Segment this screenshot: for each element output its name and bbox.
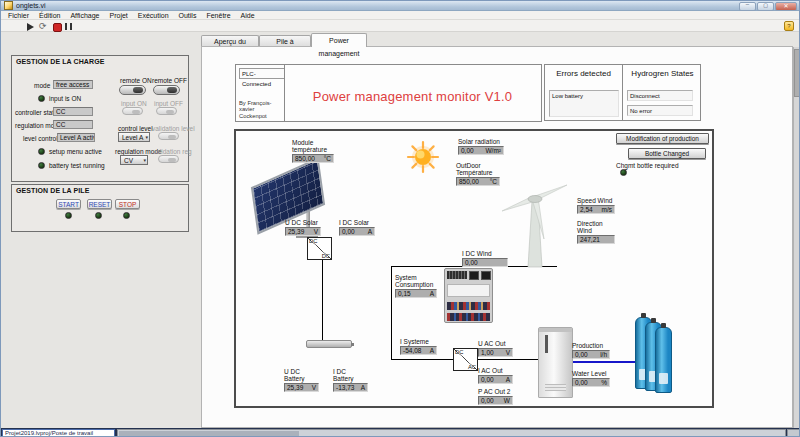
remote-off-label: remote OFF	[152, 77, 187, 84]
level-control-indicator: Level A active	[57, 133, 95, 142]
regulation-mode-dropdown[interactable]: CV	[120, 155, 148, 165]
input-off-button[interactable]	[156, 107, 177, 115]
status-bar: Projet2019.lvproj/Poste de travail	[2, 429, 115, 437]
errors-hydrogen-box: Errors detected Hydrogren States Low bat…	[544, 64, 701, 121]
validation-reg-button[interactable]	[158, 155, 179, 163]
start-button[interactable]: START	[56, 199, 81, 209]
errors-title: Errors detected	[545, 69, 622, 78]
battery-test-led	[38, 162, 45, 169]
battery-image	[306, 340, 352, 348]
title-bar: onglets.vi	[1, 1, 799, 11]
menu-item-projet[interactable]: Projet	[104, 11, 132, 20]
wire-bus-to-inverter	[391, 266, 392, 359]
dcdc-out-label: DC	[322, 253, 330, 259]
reset-button[interactable]: RESET	[87, 199, 112, 209]
setup-menu-led	[38, 148, 45, 155]
tab-power-management[interactable]: Power management	[311, 33, 367, 47]
chgmt-bottle-label: Chgmt bottle required	[616, 162, 679, 169]
hydrogen-title: Hydrogren States	[623, 69, 702, 78]
input-on-led-label: input is ON	[49, 95, 81, 102]
wind-turbine-image	[498, 183, 578, 273]
water-level-meter: Water Level 0,00%	[572, 370, 610, 387]
labview-window: onglets.vi Fichier Édition Affichage Pro…	[0, 0, 800, 437]
vertical-scrollbar-thumb[interactable]	[794, 49, 800, 97]
minimize-button[interactable]	[739, 2, 756, 11]
control-level-dropdown[interactable]: Level A	[118, 132, 150, 142]
wire-hydrogen-blue	[572, 361, 636, 363]
level-control-label: level control	[23, 135, 58, 142]
input-off-label: input OFF	[154, 100, 183, 107]
window-controls	[739, 2, 797, 11]
p-ac-out-meter: P AC Out 2 0,00W	[478, 388, 513, 405]
outdoor-temp-meter: OutDoor Température 850,00°C	[456, 162, 500, 186]
i-dc-solar-meter: I DC Solar 0,00A	[339, 219, 375, 236]
validation-reg-label: validation reg	[153, 148, 192, 155]
help-icon[interactable]	[784, 21, 794, 31]
horizontal-scrollbar[interactable]	[117, 429, 786, 437]
controller-state-indicator: CC	[53, 107, 93, 116]
dcdc-in-label: DC	[309, 238, 317, 244]
menu-item-fichier[interactable]: Fichier	[3, 11, 34, 20]
input-on-led	[38, 95, 45, 102]
run-icon[interactable]	[27, 23, 34, 31]
menu-item-affichage[interactable]: Affichage	[65, 11, 104, 20]
remote-on-label: remote ON	[120, 77, 152, 84]
window-title: onglets.vi	[16, 1, 46, 10]
dcac-out-label: AC	[468, 364, 476, 370]
dcac-in-label: DC	[455, 349, 463, 355]
modification-production-button[interactable]: Modification of production	[616, 133, 709, 144]
production-meter: Production 0,00l/h	[572, 342, 610, 359]
reset-led	[95, 212, 102, 219]
hydrogen-state-field: Disconnect	[627, 90, 693, 101]
vertical-scrollbar[interactable]	[793, 47, 800, 428]
close-button[interactable]	[775, 2, 797, 11]
i-dc-battery-meter: I DC Battery -13,73A	[333, 368, 368, 392]
menu-bar: Fichier Édition Affichage Projet Exécuti…	[1, 11, 799, 20]
u-dc-solar-meter: U DC Solar 25,39V	[285, 219, 321, 236]
validation-level-button[interactable]	[158, 132, 179, 140]
mode-indicator: free access	[53, 80, 93, 89]
monitor-title: Power management monitor V1.0	[284, 89, 541, 104]
i-ac-out-meter: I AC Out 0,00A	[478, 367, 513, 384]
start-led	[65, 212, 72, 219]
regulation-mode-indicator: CC	[53, 120, 93, 129]
speed-wind-meter: Speed Wind 2,54m/s	[577, 197, 615, 214]
pause-icon[interactable]	[65, 23, 72, 30]
toolbar	[1, 20, 799, 32]
author-label: By François-xavier Cockenpot	[239, 100, 283, 120]
mode-label: mode	[34, 82, 50, 89]
horizontal-scrollbar-thumb[interactable]	[119, 431, 299, 436]
app-icon	[4, 1, 13, 10]
plc-status-indicator: PLC-Connected	[239, 68, 285, 79]
menu-item-outils[interactable]: Outils	[174, 11, 202, 20]
menu-item-edition[interactable]: Édition	[34, 11, 65, 20]
chgmt-bottle-led	[620, 169, 627, 176]
hydrogen-error-field: No error	[627, 105, 693, 116]
gas-bottles-image	[635, 315, 679, 395]
menu-item-execution[interactable]: Exécution	[133, 11, 174, 20]
maximize-button[interactable]	[757, 2, 774, 11]
stop-button[interactable]: STOP	[115, 199, 140, 209]
menu-item-fenetre[interactable]: Fenêtre	[201, 11, 235, 20]
abort-icon[interactable]	[53, 23, 62, 32]
wire-dcac-to-fuelcell	[478, 359, 538, 360]
dcdc-converter: DC DC	[307, 237, 332, 260]
setup-menu-led-label: setup menu active	[49, 148, 102, 155]
stop-led	[123, 212, 130, 219]
remote-on-switch[interactable]	[119, 85, 146, 95]
u-dc-battery-meter: U DC Battery 25,39V	[284, 368, 319, 392]
wire-solar-to-battery	[322, 259, 323, 342]
fuelcell-image	[538, 327, 573, 398]
solar-radiation-meter: Solar radiation 0,00W/m²	[458, 138, 504, 155]
errors-field: Low battery	[549, 90, 619, 117]
plc-image	[444, 268, 493, 323]
bottle-changed-button[interactable]: Bottle Changed	[628, 148, 706, 159]
remote-off-switch[interactable]	[153, 85, 180, 95]
run-continuous-icon[interactable]	[39, 21, 49, 31]
input-on-label: input ON	[121, 100, 147, 107]
system-consumption-meter: System Consumption 0,15A	[395, 274, 437, 298]
battery-test-led-label: battery test running	[49, 162, 105, 169]
input-on-button[interactable]	[122, 107, 143, 115]
menu-item-aide[interactable]: Aide	[236, 11, 260, 20]
module-temp-meter: Module température 850,00°C	[292, 139, 334, 163]
